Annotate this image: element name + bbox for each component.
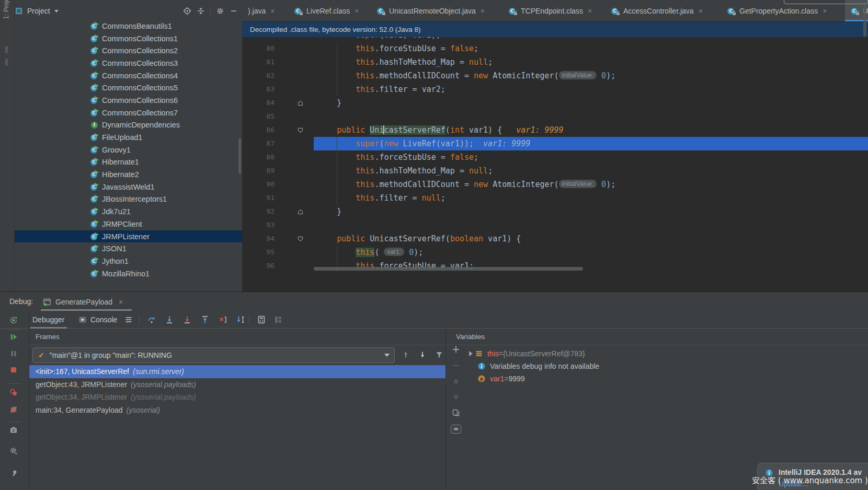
debug-action-thread-dump[interactable] xyxy=(9,426,19,435)
debug-action-settings[interactable] xyxy=(9,447,19,456)
variables-list: this = {UnicastServerRef@783}Variables d… xyxy=(446,347,868,385)
sidebar-item-commonsbeanutils1[interactable]: CCommonsBeanutils1 xyxy=(15,20,242,32)
editor-tab-java[interactable]: ).java× xyxy=(242,0,289,21)
evaluate-expression-icon[interactable] xyxy=(257,316,266,324)
tab-debugger[interactable]: Debugger xyxy=(32,311,65,328)
thread-dump-icon[interactable] xyxy=(9,426,19,434)
sidebar-item-mozillarhino1[interactable]: CMozillaRhino1 xyxy=(15,267,242,280)
code-editor[interactable]: super(var1, var2);80 this.forceStubUse =… xyxy=(242,37,868,291)
variable-row-var1[interactable]: pvar1 = 9999 xyxy=(446,372,868,385)
editor-tab-liverefclass[interactable]: CLiveRef.class× xyxy=(289,0,371,21)
sidebar-item-jdk7u21[interactable]: CJdk7u21 xyxy=(15,205,242,218)
step-into-icon[interactable] xyxy=(165,316,174,324)
fold-marker-icon[interactable] xyxy=(296,123,304,137)
step-over-icon[interactable] xyxy=(147,316,156,324)
locate-icon[interactable] xyxy=(183,7,191,15)
drop-frame-icon[interactable] xyxy=(219,316,227,324)
tab-console[interactable]: Console xyxy=(78,311,117,328)
editor-horizontal-scrollbar[interactable] xyxy=(314,267,583,271)
variables-action-duplicate[interactable] xyxy=(451,407,461,418)
resume-icon[interactable] xyxy=(9,333,19,341)
sidebar-item-commonscollections3[interactable]: CCommonsCollections3 xyxy=(15,57,242,69)
close-icon[interactable]: × xyxy=(588,7,592,15)
close-icon[interactable]: × xyxy=(119,298,123,306)
variables-action-move-down[interactable] xyxy=(451,392,461,402)
chevron-down-icon[interactable] xyxy=(54,10,59,13)
sidebar-item-hibernate2[interactable]: CHibernate2 xyxy=(15,168,242,181)
stop-icon[interactable] xyxy=(9,366,19,374)
close-icon[interactable]: × xyxy=(823,7,827,15)
sidebar-item-groovy1[interactable]: CGroovy1 xyxy=(15,144,242,156)
editor-vertical-scrollbar[interactable] xyxy=(863,4,866,37)
collapse-all-icon[interactable] xyxy=(197,7,205,15)
debug-action-stop[interactable] xyxy=(9,366,19,375)
close-icon[interactable]: × xyxy=(481,7,485,15)
view-breakpoints-icon[interactable] xyxy=(9,388,19,396)
sidebar-item-dynamicdependencies[interactable]: IDynamicDependencies xyxy=(15,119,242,132)
frame-up-icon[interactable] xyxy=(402,351,411,359)
sidebar-item-fileupload1[interactable]: CFileUpload1 xyxy=(15,131,242,144)
debug-action-pin[interactable] xyxy=(9,469,19,479)
frame-down-icon[interactable] xyxy=(418,351,428,359)
variable-row[interactable]: Variables debug info not available xyxy=(446,360,868,372)
debug-action-pause[interactable] xyxy=(9,349,19,359)
thread-selector-combo[interactable]: ✓ "main"@1 in group "main": RUNNING xyxy=(32,347,395,363)
sidebar-item-javassistweld1[interactable]: CJavassistWeld1 xyxy=(15,181,242,193)
code-line-82: 82 this.methodCallIDCount = new AtomicIn… xyxy=(242,69,868,83)
sidebar-item-jbossinterceptors1[interactable]: CJBossInterceptors1 xyxy=(15,193,242,206)
sidebar-item-commonscollections7[interactable]: CCommonsCollections7 xyxy=(15,107,242,119)
divider xyxy=(7,383,21,384)
layout-icon[interactable] xyxy=(274,316,282,324)
fold-marker-icon[interactable] xyxy=(296,96,304,110)
editor-tab-unicastremoteobjectjava[interactable]: CUnicastRemoteObject.java× xyxy=(371,0,503,21)
threads-view-icon[interactable] xyxy=(124,316,133,324)
debug-action-view-breakpoints[interactable] xyxy=(9,388,19,398)
stack-frame-row[interactable]: getObject:34, JRMPListener(ysoserial.pay… xyxy=(29,391,446,404)
force-step-into-icon[interactable] xyxy=(183,316,191,324)
stack-frame-row[interactable]: main:34, GeneratePayload(ysoserial) xyxy=(29,404,446,417)
tab-label: UnicastRemoteObject.java xyxy=(389,7,476,15)
sidebar-item-hibernate1[interactable]: CHibernate1 xyxy=(15,156,242,169)
close-icon[interactable]: × xyxy=(270,7,275,15)
step-out-icon[interactable] xyxy=(201,316,209,324)
debug-action-rerun-debug[interactable] xyxy=(9,316,19,325)
run-to-cursor-icon[interactable] xyxy=(236,316,245,324)
sidebar-item-commonscollections1[interactable]: CCommonsCollections1 xyxy=(15,32,242,45)
debug-session-tab[interactable]: GeneratePayload × xyxy=(43,292,123,311)
line-number: 86 xyxy=(242,123,275,137)
variable-row-this[interactable]: this = {UnicastServerRef@783} xyxy=(446,347,868,360)
project-tree-scrollbar[interactable] xyxy=(238,138,241,174)
pin-icon[interactable] xyxy=(9,469,19,477)
expand-icon[interactable] xyxy=(466,349,475,358)
variables-action-watch-return[interactable]: ∞ xyxy=(451,424,461,434)
project-panel-title[interactable]: Project xyxy=(27,7,50,15)
debug-action-resume[interactable] xyxy=(9,333,19,342)
funnel-icon[interactable] xyxy=(435,351,444,359)
editor-tab-tcpendpointclass[interactable]: CTCPEndpoint.class× xyxy=(503,0,606,21)
sidebar-item-jython1[interactable]: CJython1 xyxy=(15,255,242,267)
sidebar-item-commonscollections5[interactable]: CCommonsCollections5 xyxy=(15,81,242,94)
move-down-icon[interactable] xyxy=(452,393,460,401)
close-icon[interactable]: × xyxy=(355,7,359,15)
rerun-debug-icon[interactable] xyxy=(9,316,19,324)
hide-icon[interactable] xyxy=(230,7,238,15)
fold-marker-icon[interactable] xyxy=(296,232,304,246)
sidebar-item-jrmpclient[interactable]: CJRMPClient xyxy=(15,218,242,230)
stripe-label-project[interactable]: 1: Project xyxy=(3,0,10,19)
gear-icon[interactable] xyxy=(216,7,224,15)
close-icon[interactable]: × xyxy=(699,7,703,15)
stack-frame-row[interactable]: getObject:43, JRMPListener(ysoserial.pay… xyxy=(29,378,446,391)
pause-icon[interactable] xyxy=(9,349,19,358)
stack-frame-row[interactable]: <init>:167, UnicastServerRef(sun.rmi.ser… xyxy=(29,365,446,378)
settings-icon[interactable] xyxy=(9,447,19,455)
fold-marker-icon[interactable] xyxy=(296,205,304,218)
sidebar-item-commonscollections2[interactable]: CCommonsCollections2 xyxy=(15,44,242,57)
sidebar-item-jrmplistener[interactable]: CJRMPListener xyxy=(15,230,242,243)
editor-tab-accesscontrollerjava[interactable]: CAccessController.java× xyxy=(606,0,722,21)
sidebar-item-commonscollections6[interactable]: CCommonsCollections6 xyxy=(15,94,242,107)
sidebar-item-commonscollections4[interactable]: CCommonsCollections4 xyxy=(15,69,242,82)
sidebar-item-json1[interactable]: CJSON1 xyxy=(15,242,242,255)
duplicate-icon[interactable] xyxy=(452,409,460,417)
mute-breakpoints-icon[interactable] xyxy=(9,405,19,414)
debug-action-mute-breakpoints[interactable] xyxy=(9,405,19,415)
